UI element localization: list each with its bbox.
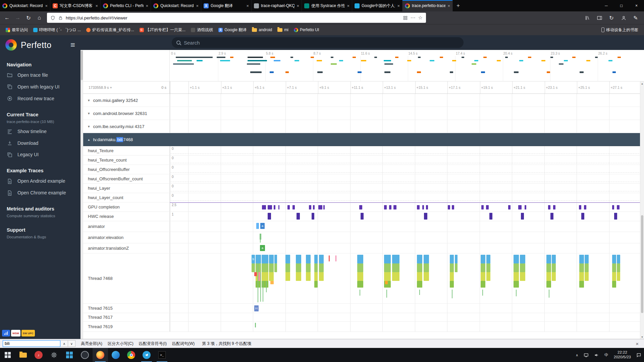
slice[interactable] bbox=[385, 281, 388, 284]
find-option-button[interactable]: 高亮全部(A) bbox=[79, 340, 104, 347]
slice[interactable] bbox=[417, 272, 422, 281]
tab-close-icon[interactable]: × bbox=[146, 3, 148, 8]
slice[interactable] bbox=[393, 205, 396, 209]
track-row[interactable]: Thread 7619 bbox=[80, 322, 644, 332]
tab-close-icon[interactable]: × bbox=[45, 3, 48, 8]
slice[interactable] bbox=[548, 205, 550, 209]
scroll-down-arrow[interactable]: ▼ bbox=[640, 335, 644, 339]
slice[interactable] bbox=[455, 255, 458, 263]
find-next-button[interactable]: ∨ bbox=[68, 340, 75, 347]
tab-close-icon[interactable]: × bbox=[196, 3, 199, 8]
slice[interactable] bbox=[318, 205, 322, 209]
close-window-button[interactable]: × bbox=[629, 0, 644, 11]
track-row[interactable]: hwui_OffscreenBuffer_count0 bbox=[80, 174, 644, 184]
slice[interactable] bbox=[255, 323, 256, 327]
slice[interactable] bbox=[274, 255, 277, 263]
slice[interactable] bbox=[579, 281, 584, 288]
slice[interactable] bbox=[306, 263, 311, 272]
new-tab-button[interactable]: + bbox=[453, 0, 464, 11]
slice[interactable] bbox=[268, 213, 271, 220]
track-row[interactable]: Thread 7617 bbox=[80, 313, 644, 322]
slice[interactable] bbox=[357, 272, 363, 281]
slice[interactable] bbox=[581, 213, 584, 220]
slice[interactable] bbox=[424, 263, 429, 272]
track-timeline[interactable]: H bbox=[170, 304, 644, 313]
slice[interactable] bbox=[269, 263, 274, 272]
slice[interactable] bbox=[614, 213, 617, 220]
track-timeline[interactable]: 0 bbox=[170, 184, 644, 193]
slice[interactable] bbox=[285, 272, 290, 281]
browser-tab[interactable]: 使用 Systrace 作性能分× bbox=[302, 0, 352, 11]
slice[interactable] bbox=[252, 263, 255, 272]
taskbar-telegram[interactable] bbox=[139, 348, 154, 362]
slice[interactable] bbox=[514, 255, 519, 263]
track-timeline[interactable] bbox=[170, 107, 644, 120]
slice[interactable] bbox=[579, 205, 581, 209]
address-bar[interactable]: https://ui.perfetto.dev/#!/viewer ⋯ ☆ bbox=[47, 13, 426, 23]
slice[interactable] bbox=[552, 272, 556, 281]
slice[interactable] bbox=[585, 263, 589, 272]
slice[interactable] bbox=[269, 255, 274, 263]
sidebar-item-open-chrome-example[interactable]: Open Chrome example bbox=[0, 187, 80, 199]
slice[interactable] bbox=[384, 263, 391, 272]
tray-expand-icon[interactable]: ∧ bbox=[573, 348, 581, 362]
sidebar-item-open-android-example[interactable]: Open Android example bbox=[0, 175, 80, 187]
slice[interactable] bbox=[424, 255, 429, 263]
net-monitor-widget[interactable]: WSMSW UPC bbox=[2, 330, 35, 337]
page-actions-icon[interactable]: ⋯ bbox=[411, 15, 416, 21]
slice[interactable] bbox=[424, 272, 429, 281]
slice[interactable] bbox=[269, 272, 274, 281]
slice[interactable] bbox=[612, 205, 614, 209]
slice[interactable] bbox=[256, 263, 261, 272]
track-timeline[interactable]: 0 bbox=[170, 156, 644, 165]
tracks-scrollbar[interactable]: ▲ ▼ bbox=[640, 81, 644, 339]
slice[interactable] bbox=[323, 205, 325, 209]
net-widget-badge[interactable]: SW UPC bbox=[21, 330, 35, 337]
slice[interactable] bbox=[481, 255, 485, 263]
slice[interactable] bbox=[392, 255, 399, 263]
slice[interactable] bbox=[546, 272, 551, 281]
start-button[interactable] bbox=[0, 348, 15, 362]
slice[interactable] bbox=[314, 263, 318, 272]
reload-button[interactable]: ↻ bbox=[23, 13, 34, 23]
slice[interactable] bbox=[258, 272, 260, 281]
slice[interactable] bbox=[612, 272, 616, 281]
slice[interactable] bbox=[262, 205, 266, 209]
slice[interactable] bbox=[518, 205, 522, 209]
bookmark-item[interactable]: 文Google 翻译 bbox=[216, 26, 249, 34]
slice[interactable] bbox=[486, 263, 490, 272]
slice[interactable] bbox=[256, 223, 259, 229]
slice[interactable] bbox=[579, 272, 584, 281]
bookmark-item[interactable]: 酒馆战棋 bbox=[189, 26, 215, 34]
slice[interactable] bbox=[450, 263, 454, 272]
slice[interactable] bbox=[617, 263, 620, 272]
bookmark-item[interactable]: Perfetto UI bbox=[291, 26, 321, 34]
slice[interactable] bbox=[481, 272, 485, 281]
track-row[interactable]: hwui_Layer0 bbox=[80, 184, 644, 193]
taskbar-chrome[interactable] bbox=[123, 348, 139, 362]
slice[interactable] bbox=[417, 205, 420, 209]
slice[interactable] bbox=[455, 263, 458, 272]
track-row[interactable]: animator:elevation bbox=[80, 232, 644, 243]
browser-tab[interactable]: trace.perfetto-trace (1× bbox=[402, 0, 453, 11]
slice[interactable] bbox=[270, 281, 274, 284]
slice[interactable] bbox=[319, 272, 324, 281]
slice[interactable] bbox=[274, 205, 275, 209]
slice[interactable] bbox=[262, 255, 268, 263]
slice[interactable] bbox=[584, 205, 586, 209]
slice[interactable] bbox=[417, 281, 422, 288]
network-icon[interactable] bbox=[581, 348, 591, 362]
taskbar-file-explorer[interactable] bbox=[15, 348, 31, 362]
track-row[interactable]: animator:translationZa bbox=[80, 243, 644, 253]
shield-icon[interactable] bbox=[50, 15, 55, 20]
slice[interactable] bbox=[268, 205, 272, 209]
pan-scrollbar[interactable] bbox=[80, 50, 83, 339]
minimize-button[interactable]: ─ bbox=[599, 0, 614, 11]
action-center-icon[interactable] bbox=[634, 348, 644, 362]
track-group-header[interactable]: ▴tv.danmaku.bili 7468 bbox=[80, 133, 644, 146]
clock[interactable]: 22:22 2020/5/23 bbox=[611, 348, 634, 362]
sidebar-toggle-icon[interactable] bbox=[594, 13, 604, 23]
slice[interactable] bbox=[617, 205, 620, 209]
slice[interactable] bbox=[392, 272, 399, 281]
track-row[interactable]: hwui_Texture_count0 bbox=[80, 156, 644, 165]
